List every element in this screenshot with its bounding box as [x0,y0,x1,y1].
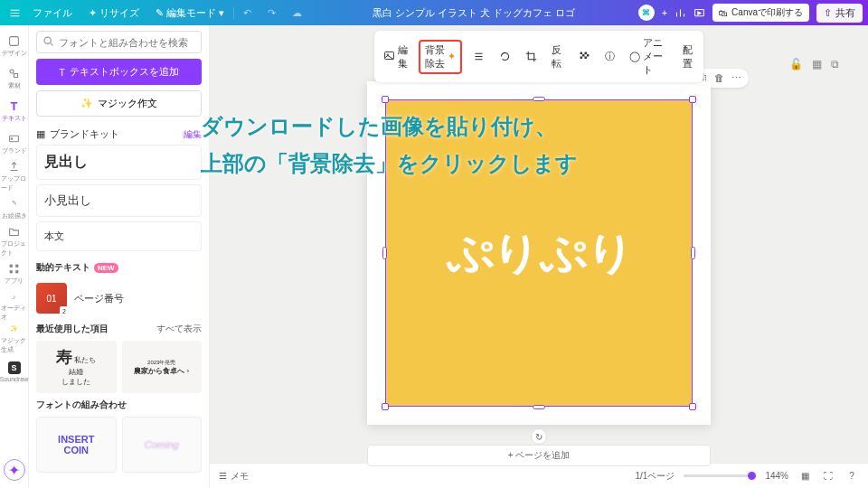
sparkle-icon: ✦ [448,51,456,62]
page-number-thumb: 012 [36,283,67,314]
ctx-flip[interactable]: 反転 [548,42,567,72]
plus-icon[interactable]: + [662,7,667,18]
undo-button[interactable]: ↶ [233,7,259,19]
svg-rect-14 [584,52,586,54]
instruction-overlay: ダウンロードした画像を貼り付け、 上部の「背景除去」をクリックします [201,108,578,183]
recent-item-1[interactable]: 寿 私たち結婚しました [36,341,117,393]
style-heading[interactable]: 見出し [36,145,202,180]
handle-lm[interactable] [382,247,387,259]
reset-button[interactable]: ↻ [531,428,547,445]
memo-button[interactable]: ☰メモ [219,470,249,483]
share-icon: ⇧ [824,7,832,19]
page-number-item[interactable]: 012 ページ番号 [36,279,202,317]
chart-icon[interactable] [675,7,686,19]
print-button[interactable]: 🛍Canvaで印刷する [712,4,809,22]
handle-rm[interactable] [691,247,695,259]
hamburger-icon[interactable] [5,7,24,19]
menu-edit-mode[interactable]: ✎編集モード▾ [148,6,231,20]
search-input[interactable] [59,37,195,48]
page-lock-icons: 🔓 ▦ ⧉ [789,58,839,70]
rail-design[interactable]: デザイン [1,31,28,61]
ctx-edit[interactable]: 編集 [380,42,411,72]
menu-file[interactable]: ファイル [25,6,80,20]
text-icon: T [59,67,65,78]
search-box[interactable] [36,31,202,53]
menu-resize[interactable]: ✦リサイズ [81,6,146,20]
present-icon[interactable] [693,7,705,19]
print-icon: 🛍 [719,8,728,18]
rail-draw[interactable]: ✎お絵描き [1,193,28,224]
icon-rail: デザイン 素材 Tテキスト ブランド アップロード ✎お絵描き プロジェクト ア… [0,25,29,488]
svg-point-10 [44,37,51,43]
handle-bm[interactable] [533,405,545,409]
style-subheading[interactable]: 小見出し [36,184,202,217]
ctx-info[interactable]: ⓘ [601,48,618,65]
handle-tm[interactable] [533,97,545,101]
grid-view-icon[interactable]: ▦ [797,471,812,481]
cloud-sync-icon[interactable]: ☁ [285,7,309,19]
animate-icon: ◯ [629,51,640,62]
combo-item-2[interactable]: Coming [122,417,203,473]
svg-rect-18 [584,57,586,59]
redo-button[interactable]: ↷ [260,7,283,19]
svg-rect-6 [10,264,13,267]
ctx-position[interactable]: 配置 [679,42,698,72]
folder-icon [8,226,21,238]
ctx-crop[interactable] [522,49,541,64]
style-body[interactable]: 本文 [36,221,202,251]
sparkle-icon: ✦ [89,7,97,19]
add-page-button[interactable]: + ページを追加 [367,445,711,466]
brand-icon [8,132,21,145]
doc-title[interactable]: 黒白 シンプル イラスト 犬 ドッグカフェ ロゴ [373,6,575,20]
wand-icon: ✨ [80,98,93,109]
recent-label: 最近使用した項目 [36,321,108,337]
canvas-area: 編集 背景除去✦ 反転 ⓘ ◯アニメート 配置 🔓 ▦ ⧉ ↻ ⿻ ⿻ [210,25,868,488]
rail-audio[interactable]: ♪オーディオ [1,291,28,322]
rail-elements[interactable]: 素材 [1,63,28,94]
fullscreen-icon[interactable]: ⛶ [821,471,835,481]
handle-tr[interactable] [689,96,696,103]
ctx-align[interactable] [469,49,488,64]
handle-br[interactable] [689,403,696,410]
rail-apps[interactable]: アプリ [1,258,28,289]
show-all-link[interactable]: すべて表示 [156,323,202,335]
recent-item-2[interactable]: 2023年発売農家から食卓へ › [122,341,203,393]
svg-rect-7 [15,264,18,267]
add-textbox-button[interactable]: Tテキストボックスを追加 [36,59,202,85]
copy-page-icon[interactable]: ⧉ [831,58,839,70]
svg-rect-8 [10,270,13,273]
rail-soundraw[interactable]: SSoundraw [1,356,28,387]
ctx-rotate[interactable] [495,49,514,64]
share-button[interactable]: ⇧共有 [816,4,863,23]
rail-text[interactable]: Tテキスト [1,96,28,127]
zoom-slider[interactable] [684,474,756,477]
canva-logo-icon[interactable]: ⌘ [638,5,655,21]
brandkit-edit-link[interactable]: 編集 [184,128,202,141]
bottom-bar: ☰メモ 1/1ページ 144% ▦ ⛶ ? [210,463,868,488]
rail-magic[interactable]: ✨マジック生成 [1,324,28,354]
rail-upload[interactable]: アップロード [1,161,28,192]
chevron-down-icon: ▾ [219,7,224,19]
help-icon[interactable]: ? [844,471,859,481]
rail-brand[interactable]: ブランド [1,128,28,159]
grid-icon[interactable]: ▦ [812,58,822,70]
unlock-icon[interactable]: 🔓 [789,58,803,70]
combo-item-1[interactable]: INSERTCOIN [36,417,117,473]
svg-rect-15 [582,54,584,56]
svg-rect-1 [10,36,19,45]
ctx-transparency[interactable] [575,49,594,64]
handle-bl[interactable] [382,403,389,410]
svg-rect-16 [587,54,589,56]
more-icon[interactable]: ⋯ [731,72,741,84]
brandkit-label: ブランドキット [50,127,119,141]
rail-project[interactable]: プロジェクト [1,226,28,257]
trash-icon[interactable]: 🗑 [714,72,724,84]
page-indicator[interactable]: 1/1ページ [636,470,675,483]
apps-icon [8,262,21,275]
ctx-animate[interactable]: ◯アニメート [626,34,672,79]
ai-assistant-button[interactable]: ✦ [4,459,25,481]
handle-tl[interactable] [382,96,389,103]
zoom-value[interactable]: 144% [765,471,788,481]
magic-write-button[interactable]: ✨マジック作文 [36,90,202,117]
ctx-bg-remove[interactable]: 背景除去✦ [419,40,462,74]
